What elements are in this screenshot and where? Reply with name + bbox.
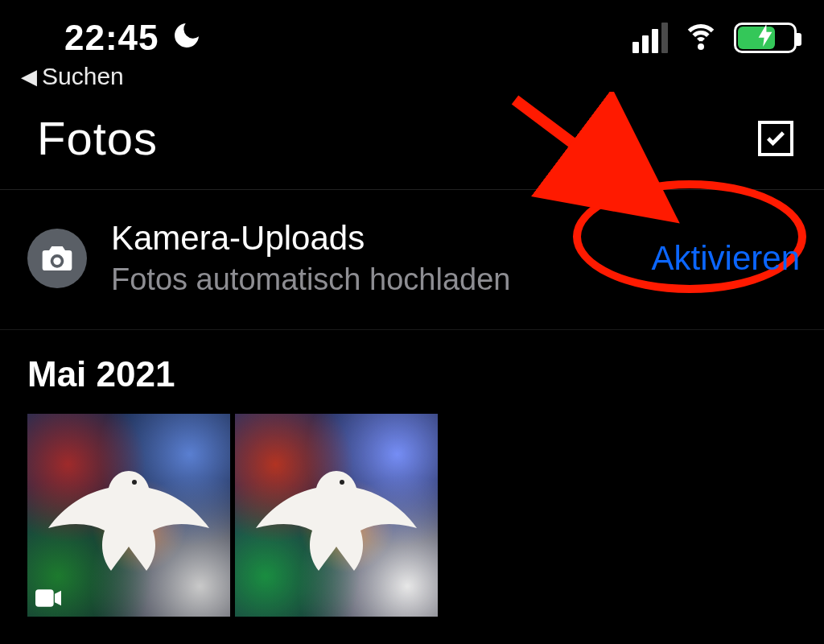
camera-upload-text: Kamera-Uploads Fotos automatisch hochlad… [111, 219, 652, 297]
dove-art-icon [44, 455, 213, 576]
thumbnail-row [27, 414, 824, 617]
month-section: Mai 2021 [0, 330, 824, 617]
status-right [632, 23, 797, 53]
video-badge-icon [35, 589, 61, 610]
photo-thumbnail[interactable] [27, 414, 230, 617]
svg-rect-2 [35, 589, 54, 606]
checkmark-icon [764, 127, 787, 150]
month-title: Mai 2021 [27, 354, 824, 394]
status-left: 22:45 [0, 18, 203, 58]
page-title: Fotos [37, 111, 158, 165]
svg-point-3 [340, 480, 344, 485]
moon-icon [171, 19, 203, 57]
svg-point-1 [132, 480, 137, 485]
dove-art-icon [252, 455, 421, 576]
cellular-signal-icon [632, 23, 668, 53]
camera-upload-title: Kamera-Uploads [111, 219, 652, 258]
camera-upload-subtitle: Fotos automatisch hochladen [111, 262, 652, 297]
status-time: 22:45 [64, 18, 159, 58]
wifi-icon [682, 24, 719, 52]
photo-thumbnail[interactable] [235, 414, 438, 617]
battery-charging-icon [734, 23, 797, 53]
page-header: Fotos [0, 90, 824, 190]
camera-icon [27, 229, 87, 288]
back-nav[interactable]: ◀ Suchen [0, 58, 824, 90]
select-mode-button[interactable] [758, 121, 793, 156]
activate-button[interactable]: Aktivieren [652, 239, 800, 278]
back-label: Suchen [42, 63, 124, 90]
status-bar: 22:45 [0, 0, 824, 58]
back-caret-icon: ◀ [21, 64, 37, 89]
camera-upload-row: Kamera-Uploads Fotos automatisch hochlad… [0, 190, 824, 330]
